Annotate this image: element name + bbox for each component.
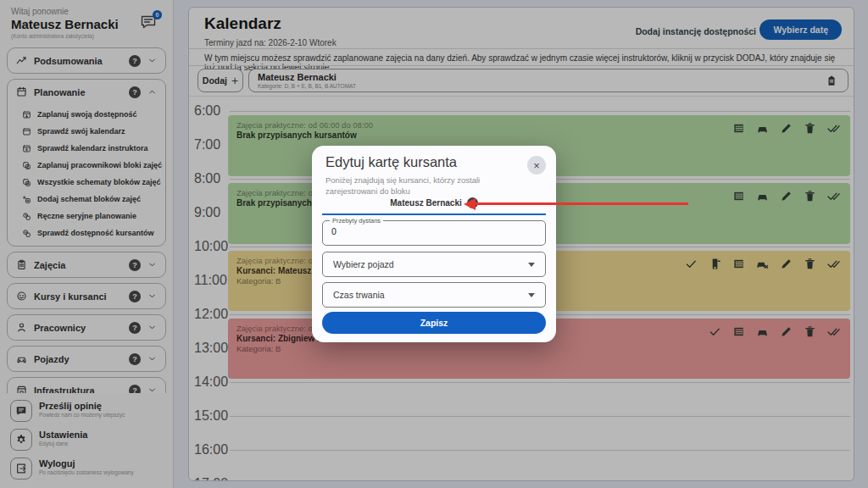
caret-down-icon bbox=[528, 263, 535, 267]
modal-title: Edytuj kartę kursanta bbox=[326, 154, 457, 170]
distance-field-label: Przebyty dystans bbox=[330, 217, 383, 225]
vehicle-select[interactable]: Wybierz pojazd bbox=[322, 252, 546, 277]
duration-select[interactable]: Czas trwania bbox=[322, 282, 546, 308]
save-button[interactable]: Zapisz bbox=[322, 312, 546, 334]
close-icon: × bbox=[533, 159, 540, 172]
active-tab-indicator bbox=[322, 214, 546, 215]
app-window: Witaj ponownie Mateusz Bernacki (Konto a… bbox=[0, 0, 868, 488]
annotation-arrowhead bbox=[464, 198, 476, 210]
caret-down-icon bbox=[528, 293, 535, 297]
edit-student-card-modal: Edytuj kartę kursanta × Poniżej znajdują… bbox=[312, 146, 556, 342]
annotation-arrow bbox=[475, 202, 688, 205]
distance-input[interactable] bbox=[331, 226, 509, 236]
modal-subtitle: Poniżej znajdują się kursanci, którzy zo… bbox=[326, 175, 529, 197]
close-button[interactable]: × bbox=[527, 156, 546, 175]
distance-field[interactable]: Przebyty dystans bbox=[322, 220, 546, 246]
